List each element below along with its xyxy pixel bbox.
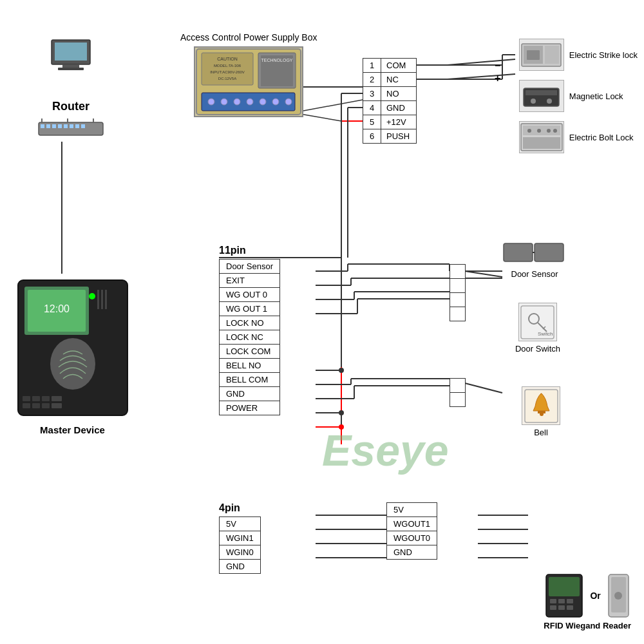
svg-point-111 xyxy=(234,99,240,105)
pin11-row-wgout1: WG OUT 1 xyxy=(220,302,280,316)
pin11-row-wgout0: WG OUT 0 xyxy=(220,288,280,302)
door-sensor-label: Door Sensor xyxy=(502,269,567,279)
pin11-label-wgout0: WG OUT 0 xyxy=(220,288,280,302)
svg-rect-87 xyxy=(97,290,99,309)
pin4-row-wgin0: WGIN0 xyxy=(220,545,261,560)
pin-label-5: +12V xyxy=(381,115,417,129)
pin4-label-wgin1: WGIN1 xyxy=(220,531,261,545)
bell-conn-row-2 xyxy=(450,393,466,407)
svg-rect-71 xyxy=(41,124,44,128)
pin11-label-power: POWER xyxy=(220,401,280,415)
eseye-watermark: Eseye xyxy=(322,425,449,475)
svg-rect-72 xyxy=(46,124,50,128)
svg-rect-91 xyxy=(23,396,30,401)
pin-row-1: 1 COM xyxy=(363,59,417,73)
pin11-table: Door Sensor EXIT WG OUT 0 WG OUT 1 LOCK … xyxy=(219,259,280,415)
magnetic-lock-svg xyxy=(520,82,562,111)
svg-text:MODEL:TA-306: MODEL:TA-306 xyxy=(214,64,242,68)
svg-line-60 xyxy=(465,271,502,277)
svg-point-32 xyxy=(339,368,344,373)
pin11-row-power: POWER xyxy=(220,401,280,415)
bell-connector-grid xyxy=(450,378,466,407)
svg-rect-76 xyxy=(70,124,73,128)
electric-bolt-lock-image xyxy=(519,121,564,153)
right-conn-cell-4 xyxy=(450,307,466,321)
pin4-title: 4pin xyxy=(219,502,261,514)
pin-row-6: 6 PUSH xyxy=(363,129,417,144)
svg-rect-131 xyxy=(504,243,533,261)
electric-bolt-lock-item: Electric Bolt Lock xyxy=(519,121,638,153)
pin-num-2: 2 xyxy=(363,73,381,87)
pin4-table: 5V WGIN1 WGIN0 GND xyxy=(219,516,261,574)
svg-rect-119 xyxy=(527,50,540,60)
pin-num-6: 6 xyxy=(363,129,381,144)
bell-conn-row-1 xyxy=(450,379,466,393)
pin-row-5: 5 +12V xyxy=(363,115,417,129)
pin4-right-table: 5V WGOUT1 WGOUT0 GND xyxy=(386,502,437,560)
router-section: Router xyxy=(19,39,122,140)
svg-point-109 xyxy=(208,99,214,105)
svg-rect-94 xyxy=(52,396,62,401)
right-conn-cell-3 xyxy=(450,293,466,307)
right-conn-cell-2 xyxy=(450,279,466,293)
pin4-row-gnd: GND xyxy=(220,560,261,574)
svg-rect-78 xyxy=(81,124,85,128)
svg-rect-98 xyxy=(52,403,62,408)
pin4-right-row-wgout0: WGOUT0 xyxy=(387,531,437,545)
pin-num-3: 3 xyxy=(363,87,381,101)
svg-point-112 xyxy=(247,99,253,105)
svg-text:12:00: 12:00 xyxy=(43,303,69,314)
svg-rect-95 xyxy=(23,403,30,408)
power-supply-section: Access Control Power Supply Box CAUTION … xyxy=(180,32,317,117)
pin4-right-section: 5V WGOUT1 WGOUT0 GND xyxy=(386,502,437,560)
right-conn-row-1 xyxy=(450,265,466,279)
right-connector-table xyxy=(450,264,466,321)
pin11-row-bellcom: BELL COM xyxy=(220,373,280,387)
svg-point-123 xyxy=(547,99,552,104)
door-sensor-section: Door Sensor xyxy=(502,238,567,279)
svg-point-90 xyxy=(50,338,95,390)
pin4-section: 4pin 5V WGIN1 WGIN0 GND xyxy=(219,502,261,574)
svg-point-110 xyxy=(221,99,227,105)
svg-line-65 xyxy=(448,74,515,79)
rfid-reader-1-icon xyxy=(545,573,583,618)
pin4-right-label-gnd: GND xyxy=(387,545,437,560)
pin-label-6: PUSH xyxy=(381,129,417,144)
magnetic-lock-label: Magnetic Lock xyxy=(569,91,623,101)
rfid-label: RFID Wiegand Reader xyxy=(544,621,631,630)
bell-conn-cell-2 xyxy=(450,393,466,407)
svg-rect-121 xyxy=(526,90,557,95)
svg-point-128 xyxy=(537,129,541,133)
pin11-row-door-sensor: Door Sensor xyxy=(220,260,280,274)
svg-point-86 xyxy=(89,293,95,299)
pin-row-3: 3 NO xyxy=(363,87,417,101)
pin4-label-gnd: GND xyxy=(220,560,261,574)
svg-rect-67 xyxy=(55,43,87,61)
pin4-right-row-5v: 5V xyxy=(387,503,437,517)
pin11-title: 11pin xyxy=(219,245,280,256)
power-supply-title: Access Control Power Supply Box xyxy=(180,32,317,43)
pin-label-1: COM xyxy=(381,59,417,73)
svg-point-127 xyxy=(527,129,531,133)
bell-section: Bell xyxy=(522,386,560,437)
pin-num-1: 1 xyxy=(363,59,381,73)
right-conn-cell-1 xyxy=(450,265,466,279)
pin-label-2: NC xyxy=(381,73,417,87)
svg-point-114 xyxy=(272,99,279,105)
door-sensor-icon xyxy=(502,238,567,267)
svg-text:Switch: Switch xyxy=(538,331,553,337)
svg-rect-126 xyxy=(523,137,560,149)
pin-num-5: 5 xyxy=(363,115,381,129)
pin11-row-bellno: BELL NO xyxy=(220,359,280,373)
right-conn-row-4 xyxy=(450,307,466,321)
pin4-label-wgin0: WGIN0 xyxy=(220,545,261,560)
pin4-row-wgin1: WGIN1 xyxy=(220,531,261,545)
svg-text:TECHNOLOGY: TECHNOLOGY xyxy=(261,58,293,62)
door-switch-label: Door Switch xyxy=(515,344,560,354)
pin4-right-label-wgout1: WGOUT1 xyxy=(387,517,437,531)
bell-connector-table xyxy=(450,378,466,407)
rfid-reader-2-icon xyxy=(607,573,630,618)
pin-table-grid: 1 COM 2 NC 3 NO 4 GND 5 +12V 6 PUSH xyxy=(363,58,417,144)
svg-point-43 xyxy=(339,410,344,415)
lock-types-section: Electric Strike lock Magnetic Lock xyxy=(519,39,638,162)
